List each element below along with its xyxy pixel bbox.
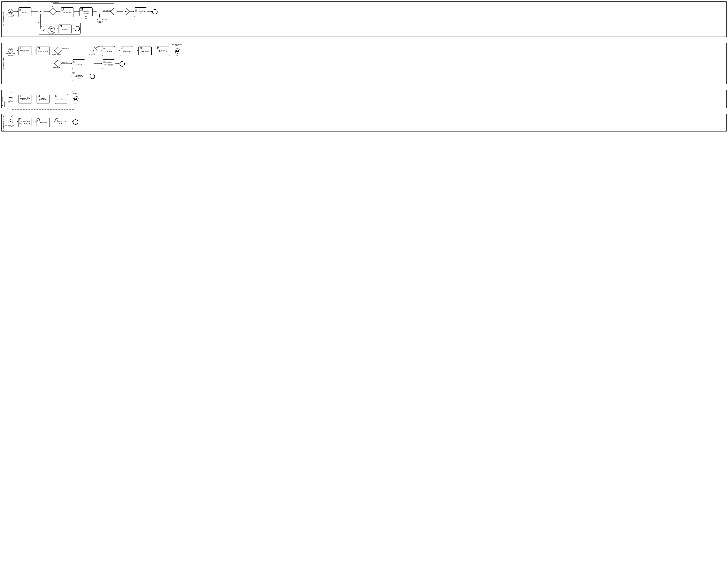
- timer-event: [97, 18, 103, 23]
- sub-event-label: stop data trigger process: [46, 31, 56, 34]
- task-start-timer: start timer: [18, 7, 31, 17]
- arrow: [49, 50, 55, 50]
- task-find-new-data: find new data: [61, 7, 74, 17]
- line: [53, 3, 114, 4]
- pool-label: DIC Trigger Process: [2, 2, 5, 37]
- arrow: [133, 50, 138, 50]
- line: [53, 20, 97, 20]
- task-download-dic: download data from dic: [18, 94, 31, 104]
- task-encrypt-data: encrypt data: [138, 46, 152, 56]
- exclusive-gateway: ×: [55, 60, 62, 67]
- message-flow-source: [74, 103, 76, 104]
- flow-label: psn identifier: [62, 48, 69, 49]
- end-event-label: start receive process: [70, 91, 80, 94]
- pool-gth-translate: GTH Translate Process start data transla…: [1, 90, 727, 108]
- start-event-label: start data receive process: [5, 124, 16, 127]
- message-flow: [12, 86, 177, 86]
- end-message-throw-event: [73, 96, 79, 101]
- arrow: [53, 15, 53, 20]
- task-extract-patient: extract patient reference: [18, 46, 31, 56]
- lane-content: start data trigger process start timer +…: [5, 2, 726, 37]
- flow-label: no consent: [89, 54, 95, 55]
- task-resolve-psn: resolve psn: [72, 59, 85, 69]
- task-handle-usage: handle no consent usage and transfer: [102, 59, 115, 69]
- arrow: [115, 50, 120, 50]
- arrow: [49, 98, 55, 98]
- start-message-event: [8, 48, 13, 53]
- sub-start-event: [40, 26, 45, 31]
- lane-content: start data send process extract patient …: [5, 43, 726, 84]
- task-store-data: store data for transfer hub: [157, 46, 170, 56]
- start-message-event: [8, 9, 13, 14]
- start-event-label: start data send process: [5, 53, 16, 56]
- arrow: [71, 28, 74, 28]
- parallel-gateway-join: +: [122, 8, 130, 15]
- line: [53, 3, 53, 8]
- arrow: [97, 50, 102, 50]
- arrow: [68, 98, 73, 98]
- task-save-last-export: save last export-to: [134, 7, 147, 17]
- pool-label: GTH Translate Process: [2, 90, 5, 108]
- arrow: [93, 63, 102, 64]
- arrow: [45, 28, 49, 28]
- exclusive-gateway-merge: ×: [110, 8, 118, 15]
- start-event-label: start data translate process: [5, 101, 16, 104]
- task-decrypt: decrypt data: [37, 118, 50, 127]
- start-event-label: start data trigger process: [5, 14, 16, 17]
- end-event-label: start data translate process: [171, 43, 183, 46]
- flow-label: consent given to merge data: [62, 60, 72, 63]
- arrow: [61, 50, 91, 50]
- end-event: [120, 61, 125, 66]
- exclusive-gateway: ×: [49, 8, 57, 15]
- task-check-consent: check consent: [37, 46, 50, 56]
- task-handle-idat: handle no consent idat merge: [72, 72, 85, 81]
- message-flow: [75, 104, 75, 109]
- pool-crr-receive: CRR Receive Process start data receive p…: [1, 114, 727, 131]
- task-label: start send process: [80, 10, 92, 14]
- flow-label: absolut patient reference: [52, 54, 61, 57]
- start-message-event: [8, 96, 13, 101]
- parallel-gateway: +: [37, 8, 44, 15]
- message-flow-source: [176, 55, 178, 56]
- task-read-data: read data: [102, 46, 115, 56]
- timer-label: wait 24h: [103, 19, 110, 20]
- multi-instance-marker: |||: [85, 15, 87, 17]
- flow-label: stop timer set: [51, 2, 59, 3]
- pool-dic-trigger: DIC Trigger Process start data trigger p…: [1, 1, 727, 37]
- arrow: [13, 50, 18, 50]
- arrow: [126, 15, 126, 28]
- arrow: [151, 50, 156, 50]
- message-flow-source: [85, 18, 87, 19]
- end-event: [152, 9, 157, 15]
- arrow: [31, 98, 37, 98]
- arrow: [54, 28, 58, 28]
- end-message-throw-event: [175, 48, 180, 54]
- flow-label: no consent: [53, 67, 60, 68]
- task-download-hub: download data from transfer hub: [18, 118, 31, 127]
- pool-label: CRR Receive Process: [2, 114, 5, 131]
- line: [79, 50, 79, 59]
- arrow: [13, 98, 18, 98]
- sub-end-event: [74, 26, 80, 31]
- end-event: [73, 120, 78, 125]
- line: [58, 66, 58, 76]
- arrow: [31, 50, 37, 50]
- lane-content: start data receive process download data…: [5, 114, 726, 131]
- arrow: [170, 50, 175, 50]
- sub-message-catch-event: [49, 26, 55, 31]
- task-replace-psn: replace pseudonym: [37, 94, 50, 104]
- task-insert-codex: insert data into codex: [55, 118, 68, 127]
- start-message-event: [8, 120, 13, 124]
- arrow: [58, 53, 58, 60]
- lane-content: start data translate process download da…: [5, 90, 726, 108]
- message-flow: [177, 55, 177, 86]
- task-store-crr: store data for crr: [55, 94, 68, 104]
- pool-label: DIC Send Process: [2, 43, 5, 84]
- event-gateway: ◇: [96, 8, 103, 15]
- pool-dic-send: DIC Send Process start data send process…: [1, 43, 727, 84]
- task-validate-data: validate data: [120, 46, 133, 56]
- line: [93, 53, 94, 63]
- subprocess-stop-trigger: stop data trigger process stop timer: [38, 22, 81, 35]
- end-event: [90, 74, 95, 79]
- task-stop-timer: stop timer: [59, 24, 72, 34]
